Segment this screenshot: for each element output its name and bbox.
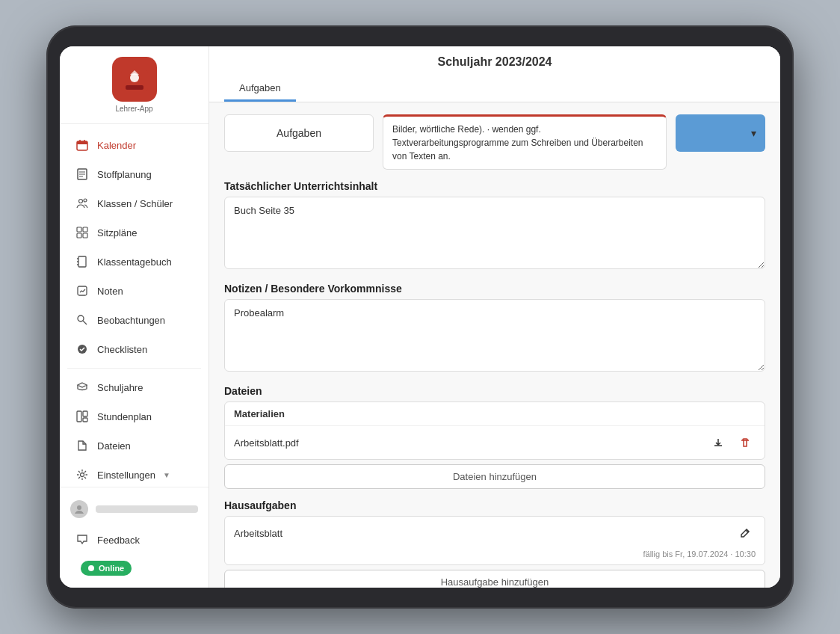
sidebar-label-dateien: Dateien (97, 440, 131, 452)
schuljahre-icon (75, 380, 90, 395)
user-avatar (70, 500, 88, 518)
sidebar-label-klassen: Klassen / Schüler (97, 198, 173, 209)
due-date: fällig bis Fr, 19.07.2024 · 10:30 (225, 550, 765, 564)
tablet-screen: Lehrer-App Kalender (60, 46, 780, 588)
sidebar-item-klassentagebuch[interactable]: Klassentagebuch (64, 247, 204, 276)
beobachtungen-icon (75, 313, 90, 327)
file-name: Arbeitsblatt.pdf (234, 437, 702, 449)
logo-label: Lehrer-App (115, 105, 152, 113)
hausaufgaben-card: Arbeitsblatt fällig bis Fr, 19.07.2024 ·… (224, 516, 765, 565)
sidebar-label-sitzplaene: Sitzpläne (97, 227, 137, 238)
actual-content-section: Tatsächlicher Unterrichtsinhalt (224, 180, 765, 272)
svg-point-29 (77, 505, 81, 510)
sidebar-label-stundenplan: Stundenplan (97, 411, 152, 422)
sidebar-label-klassentagebuch: Klassentagebuch (97, 256, 172, 268)
dateien-card: Materialien Arbeitsblatt.pdf (224, 401, 765, 460)
svg-point-22 (78, 316, 84, 321)
sidebar-item-dateien[interactable]: Dateien (64, 431, 204, 460)
online-dot (88, 565, 94, 571)
sidebar-item-beobachtungen[interactable]: Beobachtungen (64, 306, 204, 334)
checklisten-icon (75, 342, 90, 357)
svg-line-23 (83, 321, 87, 324)
online-status-container: Online (60, 555, 209, 582)
klassen-icon (75, 196, 90, 211)
sidebar-item-stoffplanung[interactable]: Stoffplanung (64, 160, 204, 188)
klassentagebuch-icon (75, 254, 90, 269)
actual-content-textarea[interactable] (224, 197, 765, 269)
main-scroll[interactable]: Aufgaben Bilder, wörtliche Rede). · wend… (209, 102, 780, 588)
sidebar-item-sitzplaene[interactable]: Sitzpläne (64, 218, 204, 247)
materialien-header: Materialien (225, 402, 765, 426)
svg-rect-4 (77, 141, 87, 144)
svg-rect-25 (77, 411, 81, 422)
aufgaben-label: Aufgaben (277, 127, 321, 139)
sidebar-item-kalender[interactable]: Kalender (64, 131, 204, 159)
dateien-section: Dateien Materialien Arbeitsblatt.pdf (224, 385, 765, 489)
sidebar-item-schuljahre[interactable]: Schuljahre (64, 373, 204, 401)
svg-point-11 (79, 200, 83, 203)
svg-rect-26 (83, 411, 87, 416)
notes-section: Notizen / Besondere Vorkommnisse (224, 283, 765, 375)
page-title: Schuljahr 2023/2024 (224, 55, 765, 69)
user-profile-item[interactable] (60, 493, 209, 525)
feedback-icon (75, 532, 90, 547)
main-content: Schuljahr 2023/2024 Aufgaben Aufgaben Bi… (209, 46, 780, 588)
homework-edit-button[interactable] (735, 523, 756, 544)
sidebar-item-stundenplan[interactable]: Stundenplan (64, 402, 204, 431)
notes-textarea[interactable] (224, 299, 765, 372)
feedback-label: Feedback (97, 535, 140, 546)
file-download-button[interactable] (708, 432, 729, 453)
tab-bar: Aufgaben (224, 76, 765, 102)
sidebar-item-checklisten[interactable]: Checklisten (64, 335, 204, 363)
sidebar-label-schuljahre: Schuljahre (97, 382, 143, 393)
sidebar-label-kalender: Kalender (97, 140, 136, 151)
sitzplaene-icon (75, 225, 90, 240)
noten-icon (75, 283, 90, 298)
homework-name: Arbeitsblatt (234, 528, 729, 539)
svg-rect-27 (83, 418, 87, 422)
svg-rect-15 (77, 233, 81, 238)
tab-aufgaben[interactable]: Aufgaben (224, 76, 296, 102)
sidebar-label-noten: Noten (97, 286, 123, 297)
sidebar-label-einstellungen: Einstellungen (97, 470, 155, 481)
tab-aufgaben-label: Aufgaben (239, 82, 281, 93)
tablet-frame: Lehrer-App Kalender (46, 25, 794, 609)
aufgaben-box: Aufgaben (224, 114, 374, 152)
hausaufgabe-row: Arbeitsblatt (225, 517, 765, 550)
sidebar-item-einstellungen[interactable]: Einstellungen ▼ (64, 461, 204, 487)
dateien-header: Dateien (224, 385, 765, 397)
stoffplanung-icon (75, 167, 90, 182)
online-badge: Online (81, 561, 132, 576)
dropdown-arrow-icon: ▾ (751, 127, 756, 139)
dropdown-box[interactable]: ▾ (676, 114, 765, 152)
svg-rect-16 (83, 233, 87, 238)
main-header: Schuljahr 2023/2024 Aufgaben (209, 46, 780, 102)
sidebar-bottom: Feedback Online (60, 487, 209, 588)
user-name-blurred (96, 505, 198, 513)
svg-rect-14 (83, 227, 87, 232)
sidebar-item-feedback[interactable]: Feedback (64, 526, 204, 554)
svg-rect-13 (77, 227, 81, 232)
sidebar-label-stoffplanung: Stoffplanung (97, 169, 152, 180)
content-text: Bilder, wörtliche Rede). · wenden ggf. T… (392, 124, 643, 161)
svg-rect-2 (126, 85, 143, 90)
file-delete-button[interactable] (735, 432, 756, 453)
sidebar-label-checklisten: Checklisten (97, 344, 147, 355)
add-files-button[interactable]: Dateien hinzufügen (224, 464, 765, 489)
kalender-icon (75, 138, 90, 153)
sidebar-label-beobachtungen: Beobachtungen (97, 315, 165, 326)
actual-content-label: Tatsächlicher Unterrichtsinhalt (224, 180, 765, 192)
sidebar-item-noten[interactable]: Noten (64, 277, 204, 305)
add-homework-button[interactable]: Hausaufgabe hinzufügen (224, 570, 765, 588)
nav-divider-1 (67, 368, 201, 369)
content-text-box: Bilder, wörtliche Rede). · wenden ggf. T… (383, 114, 667, 170)
file-row: Arbeitsblatt.pdf (225, 426, 765, 459)
notes-label: Notizen / Besondere Vorkommnisse (224, 283, 765, 295)
svg-rect-17 (78, 256, 86, 267)
stundenplan-icon (75, 409, 90, 424)
hausaufgaben-header: Hausaufgaben (224, 499, 765, 511)
sidebar-item-klassen[interactable]: Klassen / Schüler (64, 189, 204, 218)
sidebar-nav: Kalender Stoffplanung (60, 124, 209, 487)
svg-point-28 (81, 473, 84, 477)
online-label: Online (99, 564, 124, 573)
